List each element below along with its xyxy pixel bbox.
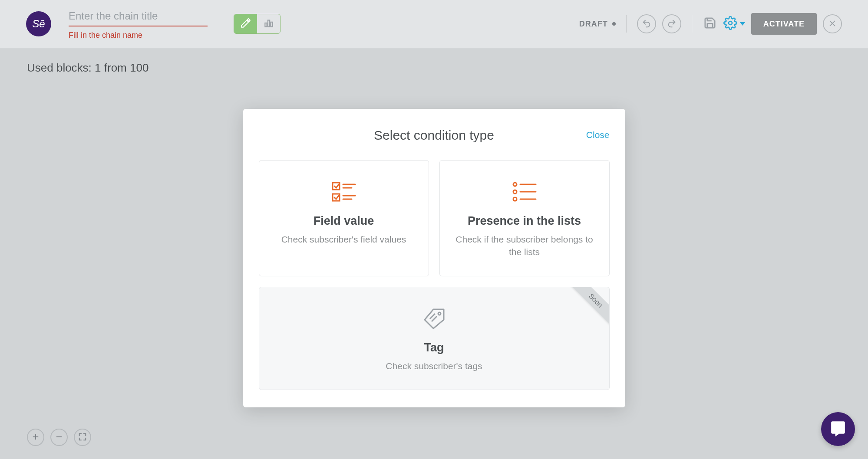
- checklist-icon: [272, 178, 416, 206]
- stats-mode-tab[interactable]: [257, 14, 280, 33]
- zoom-in-button[interactable]: [27, 429, 44, 446]
- divider: [626, 15, 627, 33]
- modal-header: Select condition type Close: [259, 128, 610, 143]
- pencil-icon: [240, 17, 251, 30]
- plus-icon: [31, 432, 40, 443]
- card-description: Check subscriber's tags: [272, 360, 596, 372]
- tag-icon: [272, 305, 596, 332]
- card-description: Check subscriber's field values: [272, 233, 416, 246]
- fit-screen-icon: [78, 432, 87, 443]
- svg-point-15: [513, 183, 517, 186]
- card-description: Check if the subscriber belongs to the l…: [453, 233, 596, 259]
- redo-button[interactable]: [662, 14, 681, 33]
- bullet-list-icon: [453, 178, 596, 206]
- bar-chart-icon: [263, 17, 274, 30]
- settings-dropdown[interactable]: [723, 16, 745, 32]
- status-badge: DRAFT: [579, 20, 616, 29]
- condition-option-presence-in-lists[interactable]: Presence in the lists Check if the subsc…: [439, 160, 610, 276]
- fit-screen-button[interactable]: [74, 429, 91, 446]
- gear-icon: [723, 16, 737, 32]
- save-icon: [703, 16, 716, 31]
- top-bar: Sē Fill in the chain name DRAFT: [0, 0, 868, 48]
- svg-point-21: [438, 312, 441, 315]
- chat-icon: [830, 420, 846, 438]
- svg-rect-1: [267, 20, 269, 27]
- status-dot-icon: [612, 22, 616, 26]
- svg-rect-0: [265, 23, 267, 27]
- select-condition-modal: Select condition type Close Field value …: [243, 109, 625, 407]
- card-title: Tag: [272, 341, 596, 354]
- svg-point-17: [513, 190, 517, 193]
- redo-icon: [667, 19, 677, 30]
- undo-button[interactable]: [637, 14, 656, 33]
- svg-point-19: [513, 197, 517, 201]
- close-icon: [828, 19, 837, 30]
- chain-title-error: Fill in the chain name: [69, 31, 208, 40]
- condition-option-tag: Soon Tag Check subscriber's tags: [259, 287, 610, 390]
- save-button[interactable]: [703, 16, 717, 31]
- edit-mode-tab[interactable]: [234, 14, 257, 33]
- activate-button[interactable]: ACTIVATE: [751, 13, 817, 35]
- condition-option-field-value[interactable]: Field value Check subscriber's field val…: [259, 160, 429, 276]
- top-bar-actions: DRAFT: [579, 13, 842, 35]
- minus-icon: [54, 432, 64, 443]
- chevron-down-icon: [740, 22, 745, 26]
- svg-rect-2: [271, 22, 272, 27]
- undo-icon: [642, 19, 651, 30]
- close-editor-button[interactable]: [823, 14, 842, 33]
- chain-title-input[interactable]: [69, 8, 208, 26]
- modal-close-button[interactable]: Close: [586, 130, 610, 140]
- zoom-out-button[interactable]: [50, 429, 68, 446]
- used-blocks-counter: Used blocks: 1 from 100: [27, 61, 149, 75]
- chain-title-field-wrap: Fill in the chain name: [69, 8, 208, 40]
- app-logo: Sē: [26, 11, 51, 36]
- zoom-controls: [27, 429, 91, 446]
- svg-point-3: [729, 21, 732, 25]
- condition-options-grid: Field value Check subscriber's field val…: [259, 160, 610, 390]
- modal-title: Select condition type: [259, 128, 610, 143]
- divider: [692, 15, 692, 33]
- chat-support-button[interactable]: [821, 412, 855, 446]
- status-text: DRAFT: [579, 20, 608, 29]
- view-mode-toggle: [234, 14, 281, 34]
- card-title: Presence in the lists: [453, 214, 596, 228]
- editor-canvas[interactable]: Used blocks: 1 from 100 Select condition…: [0, 48, 868, 459]
- card-title: Field value: [272, 214, 416, 228]
